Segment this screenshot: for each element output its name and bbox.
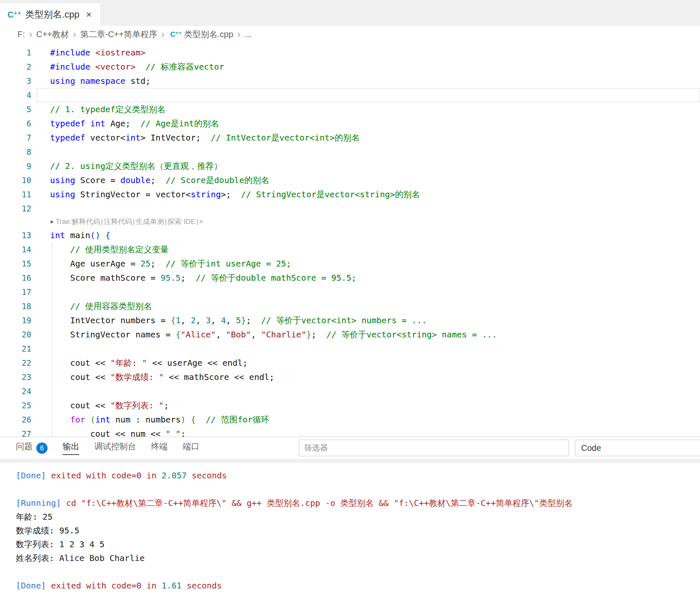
code-line[interactable]: // 使用类型别名定义变量 xyxy=(37,242,700,256)
token xyxy=(50,415,70,425)
line-number[interactable]: 1 xyxy=(0,45,37,60)
line-number[interactable]: 23 xyxy=(0,370,37,384)
token: ; xyxy=(311,329,326,339)
panel-tab-problems[interactable]: 问题6 xyxy=(16,441,48,455)
panel-tab-label: 调试控制台 xyxy=(94,441,136,455)
code-line[interactable]: int main() { xyxy=(37,228,700,242)
token: "Charlie" xyxy=(261,329,306,339)
token: 1 xyxy=(176,315,181,325)
token: cout << xyxy=(50,400,111,410)
line-number[interactable]: 14 xyxy=(0,242,37,256)
codelens-action[interactable]: 生成单测 xyxy=(136,216,164,228)
line-number[interactable]: 11 xyxy=(0,187,37,201)
line-number[interactable]: 17 xyxy=(0,285,37,299)
codelens-action[interactable]: 注释代码 xyxy=(104,216,132,228)
line-number[interactable]: 5 xyxy=(0,102,37,116)
token: num : numbers xyxy=(111,415,181,425)
codelens-action[interactable]: 探索 IDE xyxy=(168,216,196,228)
code-line[interactable] xyxy=(37,342,700,356)
code-line[interactable]: using namespace std; xyxy=(37,74,700,88)
codelens-prefix: Trae: xyxy=(55,216,72,228)
line-number[interactable]: 20 xyxy=(0,327,37,342)
line-number[interactable]: 12 xyxy=(0,201,37,216)
line-number[interactable]: 21 xyxy=(0,342,37,356)
token: { xyxy=(191,415,196,425)
output-line: 姓名列表: Alice Bob Charlie xyxy=(16,551,700,565)
breadcrumb-item[interactable]: 类型别名.cpp xyxy=(184,29,233,40)
code-line[interactable]: cout << num << " "; xyxy=(37,427,700,437)
code-line[interactable]: // 2. using定义类型别名（更直观，推荐） xyxy=(37,159,700,173)
token: using xyxy=(50,175,75,185)
panel-tab-ports[interactable]: 端口 xyxy=(183,441,199,455)
code-line[interactable] xyxy=(37,285,700,299)
code-line[interactable]: typedef int Age; // Age是int的别名 xyxy=(37,116,700,131)
line-number[interactable]: 10 xyxy=(0,173,37,187)
filter-input[interactable] xyxy=(299,440,569,456)
code-line[interactable] xyxy=(37,88,700,102)
code-line[interactable]: cout << "数学成绩: " << mathScore << endl; xyxy=(37,370,700,384)
code-line[interactable] xyxy=(37,145,700,159)
code-line[interactable] xyxy=(37,384,700,398)
line-number[interactable]: 6 xyxy=(0,116,37,131)
code-line[interactable]: // 使用容器类型别名 xyxy=(37,299,700,313)
code-line[interactable]: #include <vector> // 标准容器vector xyxy=(37,60,700,74)
code-editor[interactable]: 1#include <iostream>2#include <vector> /… xyxy=(0,43,700,437)
code-line[interactable] xyxy=(37,201,700,216)
code-row: 4 xyxy=(0,88,700,102)
codelens-action[interactable]: 解释代码 xyxy=(72,216,100,228)
code-line[interactable]: using StringVector = vector<string>; // … xyxy=(37,187,700,201)
output-channel-select[interactable]: Code xyxy=(575,440,700,456)
line-number[interactable]: 3 xyxy=(0,74,37,88)
line-number[interactable]: 18 xyxy=(0,299,37,313)
code-line[interactable]: for (int num : numbers) { // 范围for循环 xyxy=(37,412,700,427)
token: // 1. typedef定义类型别名 xyxy=(50,104,166,114)
token: 4 xyxy=(221,315,226,325)
code-line[interactable]: StringVector names = {"Alice", "Bob", "C… xyxy=(37,327,700,342)
output-token: 0 xyxy=(136,470,141,480)
panel-tab-terminal[interactable]: 终端 xyxy=(151,441,168,455)
code-line[interactable]: Age userAge = 25; // 等价于int userAge = 25… xyxy=(37,256,700,271)
code-line[interactable]: cout << "年龄: " << userAge << endl; xyxy=(37,356,700,370)
code-line[interactable]: typedef vector<int> IntVector; // IntVec… xyxy=(37,131,700,145)
code-row: 22 cout << "年龄: " << userAge << endl; xyxy=(0,356,700,370)
token: for xyxy=(70,415,85,425)
code-line[interactable]: cout << "数字列表: "; xyxy=(37,398,700,412)
panel-tab-output[interactable]: 输出 xyxy=(63,441,79,455)
codelens-dismiss-icon[interactable]: × xyxy=(199,216,203,228)
output-token: cd "f:\C++教材\第二章-C++简单程序\" && g++ 类型别名.c… xyxy=(61,498,572,508)
line-number[interactable]: 13 xyxy=(0,228,37,242)
line-number[interactable]: 22 xyxy=(0,356,37,370)
code-line[interactable]: IntVector numbers = {1, 2, 3, 4, 5}; // … xyxy=(37,313,700,327)
token: ; xyxy=(151,175,166,185)
line-number[interactable]: 25 xyxy=(0,398,37,412)
breadcrumb-item[interactable]: ... xyxy=(244,30,252,39)
code-line[interactable]: using Score = double; // Score是double的别名 xyxy=(37,173,700,187)
line-number[interactable]: 7 xyxy=(0,131,37,145)
code-line[interactable]: // 1. typedef定义类型别名 xyxy=(37,102,700,116)
line-number[interactable]: 24 xyxy=(0,384,37,398)
token: // 等价于double mathScore = 95.5; xyxy=(196,273,356,283)
breadcrumb-item[interactable]: 第二章-C++简单程序 xyxy=(80,29,157,40)
code-line[interactable]: Score mathScore = 95.5; // 等价于double mat… xyxy=(37,271,700,285)
line-number[interactable]: 4 xyxy=(0,88,37,102)
code-line[interactable]: #include <iostream> xyxy=(37,45,700,60)
line-number[interactable]: 16 xyxy=(0,271,37,285)
line-number[interactable]: 19 xyxy=(0,313,37,327)
line-number[interactable]: 2 xyxy=(0,60,37,74)
code-row: 20 StringVector names = {"Alice", "Bob",… xyxy=(0,327,700,342)
breadcrumb-item[interactable]: F: xyxy=(18,30,25,39)
tab-leixingbieming-cpp[interactable]: C⁺⁺ 类型别名.cpp × xyxy=(0,3,100,26)
line-number[interactable]: 26 xyxy=(0,412,37,427)
breadcrumb-item[interactable]: C++教材 xyxy=(36,29,69,40)
code-row: 24 xyxy=(0,384,700,398)
line-number[interactable]: 15 xyxy=(0,256,37,271)
panel-tab-debug-console[interactable]: 调试控制台 xyxy=(94,441,136,455)
token xyxy=(90,62,95,72)
line-number[interactable]: 8 xyxy=(0,145,37,159)
token: main xyxy=(65,230,90,240)
token xyxy=(136,62,146,72)
line-number[interactable]: 9 xyxy=(0,159,37,173)
close-icon[interactable]: × xyxy=(86,9,91,20)
line-number[interactable]: 27 xyxy=(0,427,37,437)
panel-tab-label: 终端 xyxy=(151,441,168,455)
